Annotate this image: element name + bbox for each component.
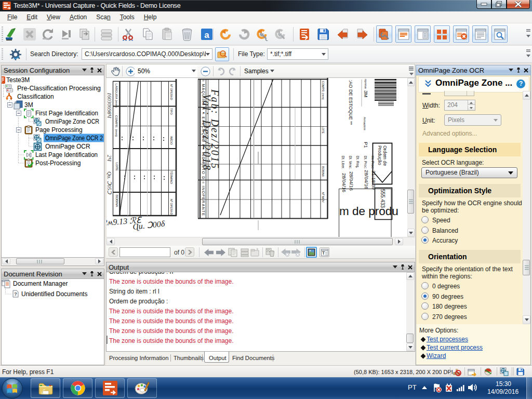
svg-text:TÉRMINO: TÉRMINO — [170, 171, 173, 184]
svg-text:Teste3M: Teste3M — [6, 76, 30, 84]
svg-text:LOTE: LOTE — [115, 163, 119, 171]
svg-text:LOTE: LOTE — [322, 126, 325, 134]
svg-text:Dt. Req,: Dt. Req, — [355, 156, 360, 168]
svg-text:?: ? — [14, 291, 17, 297]
svg-text:2Ч: 2Ч — [107, 155, 112, 162]
svg-text:m de produ: m de produ — [339, 205, 398, 218]
svg-text:28/04/16: 28/04/16 — [341, 173, 347, 192]
svg-text:Dt. Liber.: Dt. Liber. — [341, 156, 345, 169]
svg-text:Dt. Venc.: Dt. Venc. — [349, 156, 352, 169]
svg-text:N⁰ OPERAD: N⁰ OPERAD — [170, 199, 173, 215]
svg-text:npresa: npresa — [364, 79, 367, 89]
svg-text:a: a — [204, 30, 209, 40]
svg-text:Pre-Classification Processing: Pre-Classification Processing — [17, 85, 101, 92]
svg-text:OmniPage OCR: OmniPage OCR — [45, 143, 90, 150]
svg-text:BOBINA: BOBINA — [322, 166, 325, 177]
svg-text:Last Page Identification: Last Page Identification — [35, 151, 98, 158]
svg-text::AO DE ESTOQUE **: :AO DE ESTOQUE ** — [348, 80, 353, 125]
svg-text:Qu. Ↄ05Ↄ: Qu. Ↄ05Ↄ — [107, 171, 112, 195]
svg-text:28/04/16: 28/04/16 — [349, 171, 354, 191]
svg-text:OmniPage Zone OCR 2: OmniPage Zone OCR 2 — [45, 135, 103, 142]
svg-text:N⁰ MOV: N⁰ MOV — [322, 192, 325, 203]
svg-text:Document Manager: Document Manager — [13, 280, 68, 287]
svg-text:Dt. Proc:: Dt. Proc: — [364, 156, 367, 169]
svg-text:Produção: Produção — [377, 145, 382, 165]
svg-text:Armazém: Armazém — [363, 117, 366, 130]
svg-text:OmniPage Zone OCR: OmniPage Zone OCR — [45, 118, 99, 125]
svg-text:Ordem de: Ordem de — [382, 145, 388, 166]
svg-text:T: T — [322, 250, 325, 256]
svg-text:Classification: Classification — [17, 93, 54, 100]
svg-text:BOBINA: BOBINA — [115, 195, 119, 207]
svg-text:Unidentified Documents: Unidentified Documents — [21, 290, 87, 298]
svg-text:LARGURA (mm): LARGURA (mm) — [115, 84, 118, 108]
svg-text:28/04/16: 28/04/16 — [364, 170, 369, 189]
svg-text:N⁰ OPERAD: N⁰ OPERAD — [170, 84, 173, 100]
svg-text:COMPR. (mm): COMPR. (mm) — [322, 81, 325, 100]
svg-text:Val: Dez/2018: Val: Dez/2018 — [201, 94, 212, 170]
svg-text:3M: 3M — [24, 101, 33, 109]
svg-text:P1: P1 — [363, 142, 369, 148]
svg-text:21:18:39: 21:18:39 — [371, 170, 377, 190]
svg-text:Page Processing: Page Processing — [35, 126, 83, 134]
svg-text:TIPO: TIPO — [170, 108, 173, 115]
svg-text:INÍCIO: INÍCIO — [170, 136, 173, 144]
svg-text:COMPR. (mm): COMPR. (mm) — [115, 115, 118, 137]
svg-text:First Page Identification: First Page Identification — [35, 110, 98, 117]
svg-text:16030698Ч: 16030698Ч — [107, 92, 112, 118]
svg-text:Post-Processing: Post-Processing — [35, 159, 81, 167]
svg-text:3M: 3M — [363, 90, 369, 97]
